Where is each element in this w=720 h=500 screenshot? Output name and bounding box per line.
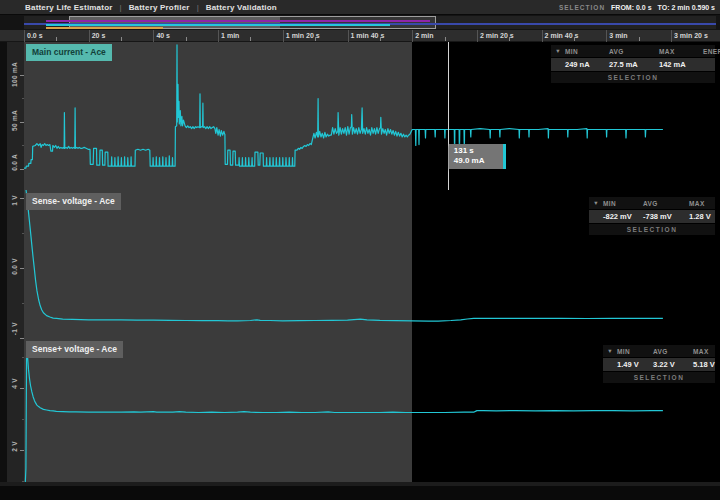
ruler-tick <box>348 30 349 42</box>
selection-from-value: FROM: 0.0 s <box>611 4 651 11</box>
tab-battery-life-estimator[interactable]: Battery Life Estimator <box>25 3 113 12</box>
stat-min-value: 249 nA <box>565 60 609 69</box>
waveform-canvas <box>24 42 718 482</box>
ruler-label: 20 s <box>92 32 106 39</box>
stats-box-sense-plus: ▾ MIN AVG MAX 1.49 V 3.22 V 5.18 V SELEC… <box>602 344 716 384</box>
stat-max-value: 5.18 V <box>693 360 715 369</box>
ruler-label: 40 s <box>156 32 170 39</box>
tab-separator: | <box>197 3 199 12</box>
stats-box-sense-minus: ▾ MIN AVG MAX -822 mV -738 mV 1.28 V SEL… <box>588 196 716 236</box>
panel-badge-sense-minus[interactable]: Sense- voltage - Ace <box>26 193 121 210</box>
stats-footer-label: SELECTION <box>627 226 678 233</box>
ruler-tick <box>153 30 154 42</box>
cursor-time: 131 s <box>454 146 499 156</box>
cursor-tooltip: 131 s 49.0 mA <box>449 144 506 169</box>
panel-badge-main-current[interactable]: Main current - Ace <box>26 44 112 61</box>
stat-col-avg: AVG <box>653 348 693 355</box>
y-label-100ma: 100 mA <box>11 62 18 87</box>
timeline-overview[interactable] <box>0 15 720 30</box>
y-label-1v: 1 V <box>11 195 18 206</box>
stat-avg-value: 3.22 V <box>653 360 693 369</box>
stat-col-min: MIN <box>565 48 609 55</box>
ruler-minor-tick <box>315 37 316 41</box>
stat-min-value: -822 mV <box>603 212 643 221</box>
overview-track[interactable] <box>24 16 716 29</box>
tab-group: Battery Life Estimator | Battery Profile… <box>25 3 277 12</box>
ruler-tick <box>412 30 413 42</box>
ruler-label: 3 min 20 s <box>674 32 708 39</box>
selection-to-value: TO: 2 min 0.590 s <box>658 4 715 11</box>
ruler-tick <box>24 30 25 42</box>
tab-separator: | <box>120 3 122 12</box>
panel-badge-sense-plus[interactable]: Sense+ voltage - Ace <box>26 341 123 358</box>
collapse-icon[interactable]: ▾ <box>603 347 617 355</box>
cursor-value: 49.0 mA <box>454 156 499 166</box>
y-label-neg1v: -1 V <box>11 322 18 335</box>
stat-col-max: MAX <box>659 48 703 55</box>
stats-footer-label: SELECTION <box>608 74 659 81</box>
ruler-tick <box>671 30 672 42</box>
top-tab-bar: Battery Life Estimator | Battery Profile… <box>0 0 720 15</box>
ruler-minor-tick <box>509 37 510 41</box>
y-label-0a: 0.0 A <box>11 154 18 171</box>
stat-min-value: 1.49 V <box>617 360 653 369</box>
overview-trace-orange <box>46 27 163 29</box>
ruler-minor-tick <box>186 37 187 41</box>
ruler-minor-tick <box>639 37 640 41</box>
stats-box-main-current: ▾ MIN AVG MAX ENERGY 249 nA 27.5 mA 142 … <box>550 44 716 84</box>
ruler-tick <box>542 30 543 42</box>
ruler-label: 3 min <box>609 32 627 39</box>
ruler-label: 2 min <box>415 32 433 39</box>
ruler-label: 0.0 s <box>27 32 43 39</box>
ruler-tick <box>218 30 219 42</box>
stat-max-value: 142 mA <box>659 60 703 69</box>
ruler-tick <box>283 30 284 42</box>
ruler-minor-tick <box>56 37 57 41</box>
ruler-minor-tick <box>121 37 122 41</box>
stat-col-avg: AVG <box>609 48 659 55</box>
window-bottom-edge <box>0 482 720 500</box>
stats-footer-label: SELECTION <box>634 374 685 381</box>
stat-col-energy: ENERGY <box>703 48 720 55</box>
battery-profiler-app: Battery Life Estimator | Battery Profile… <box>0 0 720 500</box>
y-label-4v: 4 V <box>11 378 18 389</box>
tab-battery-validation[interactable]: Battery Validation <box>206 3 277 12</box>
y-axis-strip: 100 mA 50 mA 0.0 A 1 V 0.0 V -1 V 4 V 2 … <box>0 42 24 482</box>
ruler-tick <box>89 30 90 42</box>
y-label-0v: 0.0 V <box>11 258 18 275</box>
sense-plus-voltage-trace <box>24 351 663 482</box>
stat-col-min: MIN <box>617 348 653 355</box>
stat-col-avg: AVG <box>643 200 689 207</box>
collapse-icon[interactable]: ▾ <box>589 199 603 207</box>
ruler-minor-tick <box>445 37 446 41</box>
overview-trace-cyan <box>46 24 390 26</box>
ruler-minor-tick <box>380 37 381 41</box>
chart-area[interactable]: 131 s 49.0 mA Main current - Ace Sense- … <box>24 42 718 482</box>
y-label-2v: 2 V <box>11 441 18 452</box>
stat-col-max: MAX <box>689 200 715 207</box>
window-left-edge <box>0 42 7 482</box>
ruler-minor-tick <box>574 37 575 41</box>
stat-col-min: MIN <box>603 200 643 207</box>
selection-summary: SELECTION FROM: 0.0 s TO: 2 min 0.590 s <box>559 0 715 15</box>
stat-max-value: 1.28 V <box>689 212 715 221</box>
ruler-label: 1 min <box>221 32 239 39</box>
overview-trace-purple <box>46 20 430 22</box>
ruler-tick <box>606 30 607 42</box>
stat-avg-value: -738 mV <box>643 212 689 221</box>
y-label-50ma: 50 mA <box>11 110 18 131</box>
ruler-tick <box>477 30 478 42</box>
time-ruler[interactable]: 0.0 s20 s40 s1 min1 min 20 s1 min 40 s2 … <box>0 30 720 42</box>
ruler-minor-tick <box>250 37 251 41</box>
stat-col-max: MAX <box>693 348 715 355</box>
tab-battery-profiler[interactable]: Battery Profiler <box>129 3 190 12</box>
selection-summary-label: SELECTION <box>559 4 605 11</box>
stat-avg-value: 27.5 mA <box>609 60 659 69</box>
collapse-icon[interactable]: ▾ <box>551 47 565 55</box>
